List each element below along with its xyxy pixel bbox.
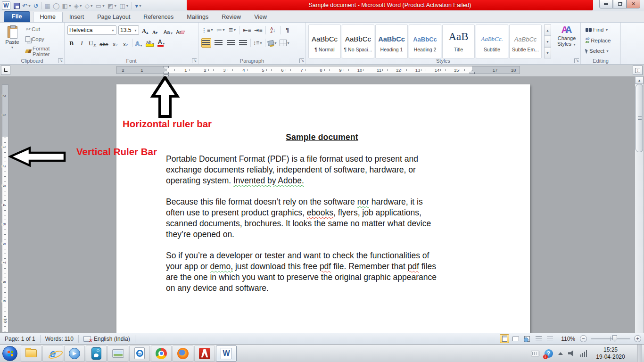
align-left-button[interactable] bbox=[201, 38, 211, 48]
subscript-button[interactable]: x2 bbox=[111, 38, 119, 47]
outline-view-button[interactable] bbox=[534, 334, 543, 343]
qat-paint-can-icon[interactable]: ◧▼ bbox=[62, 1, 72, 10]
styles-dialog-launcher[interactable]: ↘ bbox=[574, 58, 579, 63]
style--no-spaci-[interactable]: AaBbCc¶ No Spaci... bbox=[342, 25, 374, 58]
bold-button[interactable]: B bbox=[67, 38, 75, 47]
bullets-button[interactable]: ⋮≡▼ bbox=[201, 25, 214, 34]
minimize-button[interactable] bbox=[599, 0, 613, 8]
style-subtle-em-[interactable]: AaBbCcSubtle Em... bbox=[509, 25, 542, 58]
style-title[interactable]: AaBTitle bbox=[442, 25, 475, 58]
paragraph-dialog-launcher[interactable]: ↘ bbox=[299, 58, 304, 63]
tab-view[interactable]: View bbox=[248, 12, 273, 22]
taskbar-icon-adobe[interactable] bbox=[194, 346, 215, 362]
qat-polygon-icon[interactable]: ◇▼ bbox=[84, 1, 94, 10]
superscript-button[interactable]: x2 bbox=[122, 38, 130, 47]
tab-selector[interactable] bbox=[1, 66, 10, 75]
strikethrough-button[interactable]: abe bbox=[99, 38, 108, 47]
help-notification-icon[interactable]: ? bbox=[545, 349, 553, 358]
borders-button[interactable]: ▼ bbox=[280, 39, 290, 48]
style-heading-1[interactable]: AaBbCcHeading 1 bbox=[375, 25, 408, 58]
sort-button[interactable]: AZ↓ bbox=[269, 25, 277, 34]
qat-shapes-icon[interactable]: ◫▼ bbox=[119, 1, 129, 10]
paste-dropdown-arrow[interactable]: ▼ bbox=[11, 46, 14, 49]
volume-icon[interactable] bbox=[568, 350, 575, 356]
decrease-indent-button[interactable]: ⇤≡ bbox=[243, 25, 251, 34]
style-heading-2[interactable]: AaBbCcHeading 2 bbox=[409, 25, 441, 58]
shading-button[interactable]: ▼ bbox=[268, 39, 277, 48]
font-size-combo[interactable]: 13.5▼ bbox=[118, 25, 139, 35]
start-button[interactable] bbox=[2, 346, 17, 361]
tab-insert[interactable]: Insert bbox=[63, 12, 91, 22]
draft-view-button[interactable] bbox=[545, 334, 554, 343]
align-center-button[interactable] bbox=[214, 38, 223, 48]
grow-font-button[interactable]: A bbox=[141, 26, 149, 35]
vertical-scrollbar[interactable]: ▲ bbox=[635, 76, 644, 333]
taskbar-icon-hp[interactable]: hp bbox=[129, 346, 150, 362]
qat-undo-icon[interactable]: ↶▼ bbox=[22, 1, 32, 10]
font-dialog-launcher[interactable]: ↘ bbox=[192, 58, 197, 63]
qat-redo-icon[interactable]: ↺ bbox=[33, 1, 39, 10]
line-spacing-button[interactable]: ↕≡▼ bbox=[253, 39, 263, 48]
proofing-status[interactable]: English (India) bbox=[79, 333, 135, 344]
qat-fill-color-icon[interactable]: ◩▼ bbox=[107, 1, 117, 10]
text-effects-button[interactable]: A▼ bbox=[135, 38, 143, 47]
qat-save-icon[interactable] bbox=[13, 1, 20, 10]
font-name-combo[interactable]: Helvetica▼ bbox=[67, 25, 116, 35]
find-button[interactable]: Find▼ bbox=[585, 26, 611, 33]
taskbar-icon-chrome[interactable] bbox=[151, 346, 172, 362]
taskbar-icon-photo[interactable] bbox=[107, 346, 128, 362]
keyboard-tray-icon[interactable] bbox=[531, 351, 539, 356]
numbering-button[interactable]: ≔▼ bbox=[216, 25, 225, 34]
zoom-level[interactable]: 110% bbox=[561, 336, 575, 342]
scroll-up-button[interactable]: ▲ bbox=[635, 76, 644, 84]
zoom-slider-thumb[interactable] bbox=[612, 335, 617, 342]
taskbar-icon-ie[interactable]: e bbox=[42, 346, 63, 362]
shrink-font-button[interactable]: A bbox=[151, 26, 159, 35]
taskbar-icon-firefox[interactable] bbox=[173, 346, 193, 362]
styles-scroll-up-button[interactable]: ▲ bbox=[544, 25, 551, 36]
multilevel-list-button[interactable]: ≣▼ bbox=[228, 25, 237, 34]
zoom-in-button[interactable]: + bbox=[634, 335, 641, 342]
clear-formatting-button[interactable]: Aa bbox=[175, 26, 184, 35]
format-painter-button[interactable]: Format Painter bbox=[25, 45, 64, 58]
taskbar-icon-folder[interactable] bbox=[21, 346, 41, 362]
tab-file[interactable]: File bbox=[4, 11, 30, 22]
qat-rectangle-icon[interactable]: ▭▼ bbox=[95, 1, 106, 10]
paste-button[interactable]: Paste ▼ bbox=[2, 25, 22, 60]
document-text[interactable]: Sample document Portable Document Format… bbox=[166, 132, 478, 304]
change-case-button[interactable]: Aa▼ bbox=[163, 26, 173, 35]
styles-expand-button[interactable]: ▼ bbox=[544, 47, 551, 58]
show-desktop-button[interactable] bbox=[637, 345, 642, 362]
taskbar-icon-wmp[interactable]: ▶ bbox=[64, 346, 85, 362]
qat-circle-icon[interactable]: ◯ bbox=[52, 1, 60, 10]
close-button[interactable]: ✕ bbox=[627, 0, 640, 8]
restore-button[interactable] bbox=[613, 0, 627, 8]
replace-button[interactable]: abacReplace bbox=[585, 37, 611, 44]
qat-box-3d-icon[interactable]: ◈▼ bbox=[74, 1, 83, 10]
show-hidden-icons-button[interactable] bbox=[558, 352, 563, 355]
qat-table-grid-icon[interactable]: ▦ bbox=[44, 1, 51, 10]
style-subtitle[interactable]: AaBbCc.Subtitle bbox=[476, 25, 508, 58]
styles-scroll-down-button[interactable]: ▼ bbox=[544, 36, 551, 47]
tab-page-layout[interactable]: Page Layout bbox=[91, 12, 137, 22]
text-highlight-button[interactable]: ab▼ bbox=[146, 38, 155, 47]
align-right-button[interactable] bbox=[226, 38, 236, 48]
tab-review[interactable]: Review bbox=[215, 12, 248, 22]
print-layout-view-button[interactable] bbox=[500, 334, 509, 343]
justify-button[interactable] bbox=[238, 38, 248, 48]
change-styles-button[interactable]: AA Change Styles ▼ bbox=[554, 25, 579, 60]
show-paragraph-marks-button[interactable]: ¶ bbox=[283, 25, 292, 34]
select-button[interactable]: Select▼ bbox=[585, 48, 611, 54]
font-color-button[interactable]: A▼ bbox=[157, 38, 166, 47]
vertical-ruler[interactable]: 2112345678910 bbox=[2, 84, 8, 333]
word-count[interactable]: Words: 110 bbox=[41, 333, 78, 344]
word-app-icon[interactable]: W bbox=[2, 1, 10, 10]
network-signal-icon[interactable] bbox=[580, 350, 587, 357]
style--normal[interactable]: AaBbCc¶ Normal bbox=[308, 25, 341, 58]
italic-button[interactable]: I bbox=[78, 38, 86, 47]
clipboard-dialog-launcher[interactable]: ↘ bbox=[58, 58, 63, 63]
tab-home[interactable]: Home bbox=[33, 12, 63, 22]
horizontal-ruler[interactable]: 211234567891011121314151718 bbox=[116, 66, 520, 74]
taskbar-clock[interactable]: 15:25 19-04-2020 bbox=[592, 346, 629, 361]
taskbar-icon-fish[interactable] bbox=[86, 346, 107, 362]
